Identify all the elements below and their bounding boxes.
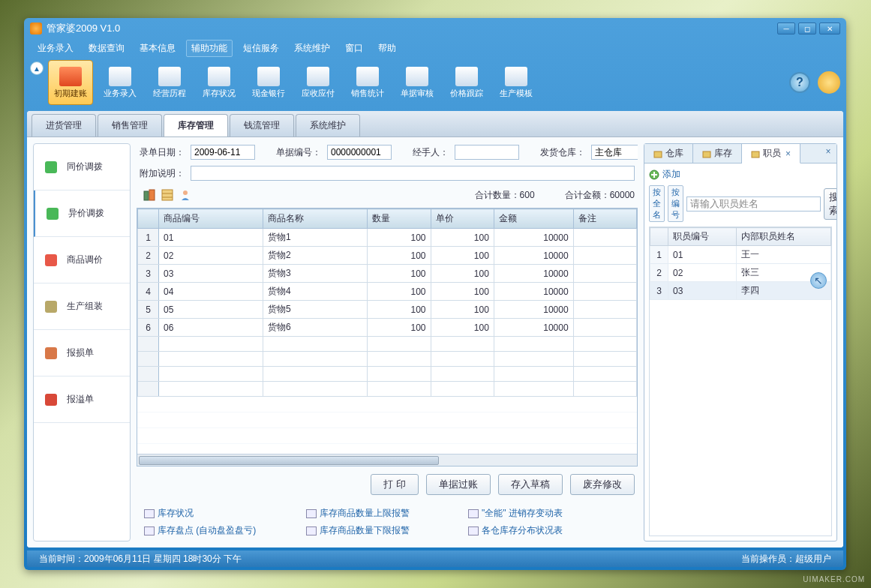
grid-header-3[interactable]: 数量 [368,209,431,229]
right-tab-0[interactable]: 仓库 [644,144,693,163]
doc-input[interactable] [327,145,392,160]
link-icon [144,526,155,536]
grid-header-2[interactable]: 商品名称 [263,209,368,229]
grid-header-6[interactable]: 备注 [573,209,636,229]
warehouse-label: 发货仓库： [540,146,585,159]
grid-header-5[interactable]: 金额 [494,209,573,229]
main-tab-1[interactable]: 销售管理 [98,114,162,136]
menu-1[interactable]: 数据查询 [84,40,129,56]
tool-7[interactable]: 单据审核 [395,60,440,105]
main-tab-4[interactable]: 系统维护 [296,114,360,136]
icon-building[interactable] [143,188,156,202]
tool-9[interactable]: 生产模板 [494,60,539,105]
sidebar-item-2[interactable]: 商品调价 [34,237,130,284]
note-input[interactable] [191,166,635,181]
employee-search-input[interactable] [686,196,821,212]
quick-link-5[interactable]: 各仓库存分布状况表 [468,524,603,537]
table-row[interactable]: 606货物610010010000 [138,319,637,337]
icon-person[interactable] [179,188,192,202]
total-amt-label: 合计金额： [565,190,610,200]
window-title: 管家婆2009 V1.0 [47,22,120,35]
close-button[interactable]: ✕ [819,22,840,34]
table-row[interactable]: 101货物110010010000 [138,229,637,247]
tool-4[interactable]: 现金银行 [246,60,291,105]
table-row[interactable] [138,367,637,382]
tool-5[interactable]: 应收应付 [296,60,341,105]
post-button[interactable]: 单据过账 [426,474,491,495]
sidebar-item-4[interactable]: 报损单 [34,330,130,376]
filter-number-link[interactable]: 按编号 [668,185,683,222]
items-grid[interactable]: 商品编号商品名称数量单价金额备注101货物110010010000202货物21… [137,208,638,466]
menu-7[interactable]: 帮助 [374,40,401,56]
quick-link-3[interactable]: 库存盘点 (自动盘盈盘亏) [144,524,279,537]
menu-6[interactable]: 窗口 [341,40,368,56]
date-input[interactable] [191,145,255,160]
tab-close-icon[interactable]: × [785,148,791,159]
panel-close-icon[interactable]: × [823,147,833,158]
menu-4[interactable]: 短信服务 [239,40,284,56]
menu-3[interactable]: 辅助功能 [186,40,233,57]
tool-1[interactable]: 业务录入 [98,60,143,105]
table-row[interactable] [138,352,637,367]
menu-2[interactable]: 基本信息 [135,40,180,56]
grid-header-4[interactable]: 单价 [431,209,494,229]
tool-3[interactable]: 库存状况 [197,60,242,105]
table-row[interactable]: 404货物410010010000 [138,283,637,301]
help-icon[interactable]: ? [789,72,810,93]
right-tab-2[interactable]: 职员 × [742,144,800,164]
tab-icon [653,149,662,158]
employee-row[interactable]: 101王一 [650,246,831,264]
main-tab-3[interactable]: 钱流管理 [230,114,294,136]
main-tab-0[interactable]: 进货管理 [32,114,96,136]
table-row[interactable]: 303货物310010010000 [138,265,637,283]
employee-row[interactable]: 202张三 [650,264,831,282]
right-tab-1[interactable]: 库存 [693,144,742,163]
minimize-button[interactable]: ─ [777,22,795,34]
menu-5[interactable]: 系统维护 [290,40,335,56]
quick-link-2[interactable]: "全能" 进销存变动表 [468,507,603,520]
svg-rect-4 [45,347,57,359]
link-icon [468,526,479,536]
grid-header-1[interactable]: 商品编号 [159,209,263,229]
right-header-2[interactable]: 内部职员姓名 [736,228,830,246]
main-tab-2[interactable]: 库存管理 [164,114,228,136]
search-button[interactable]: 搜索 [824,188,836,220]
sidebar-item-1[interactable]: 异价调拨 [34,190,130,237]
sidebar-item-5[interactable]: 报溢单 [34,376,130,423]
icon-grid[interactable] [161,188,174,202]
draft-button[interactable]: 存入草稿 [498,474,563,495]
table-row[interactable]: 202货物210010010000 [138,247,637,265]
table-row[interactable]: 505货物510010010000 [138,301,637,319]
tab-icon [702,149,711,158]
tool-8[interactable]: 价格跟踪 [444,60,489,105]
right-header-1[interactable]: 职员编号 [668,228,737,246]
add-link[interactable]: 添加 [649,168,832,181]
titlebar[interactable]: 管家婆2009 V1.0 ─ ◻ ✕ [24,18,846,39]
scrollbar-horizontal[interactable] [137,454,637,466]
tool-2[interactable]: 经营历程 [147,60,192,105]
table-row[interactable] [138,337,637,352]
quick-link-0[interactable]: 库存状况 [144,507,279,520]
menu-0[interactable]: 业务录入 [33,40,78,56]
filter-fullname-link[interactable]: 按全名 [649,185,665,222]
grid-header-0[interactable] [138,209,159,229]
sidebar-item-3[interactable]: 生产组装 [34,284,130,330]
discard-button[interactable]: 废弃修改 [570,474,635,495]
handler-input[interactable] [455,145,519,160]
quick-link-1[interactable]: 库存商品数量上限报警 [306,507,441,520]
print-button[interactable]: 打 印 [371,474,419,495]
right-header-0[interactable] [650,228,668,246]
employee-grid[interactable]: 职员编号内部职员姓名101王一202张三303李四 ↖ [649,226,832,536]
toolbar-collapse-icon[interactable]: ▲ [30,62,44,75]
total-qty-label: 合计数量： [475,190,520,200]
table-row[interactable] [138,382,637,397]
tool-0[interactable]: 初期建账 [48,60,93,105]
tool-6[interactable]: 销售统计 [345,60,390,105]
maximize-button[interactable]: ◻ [798,22,816,34]
main-content: 录单日期： 单据编号： 经手人： 发货仓库： 附加说明： [137,143,638,542]
employee-row[interactable]: 303李四 [650,282,831,300]
warehouse-input[interactable] [591,145,638,160]
watermark: UIMAKER.COM [803,575,865,584]
sidebar-item-0[interactable]: 同价调拨 [34,144,130,190]
quick-link-4[interactable]: 库存商品数量下限报警 [306,524,441,537]
